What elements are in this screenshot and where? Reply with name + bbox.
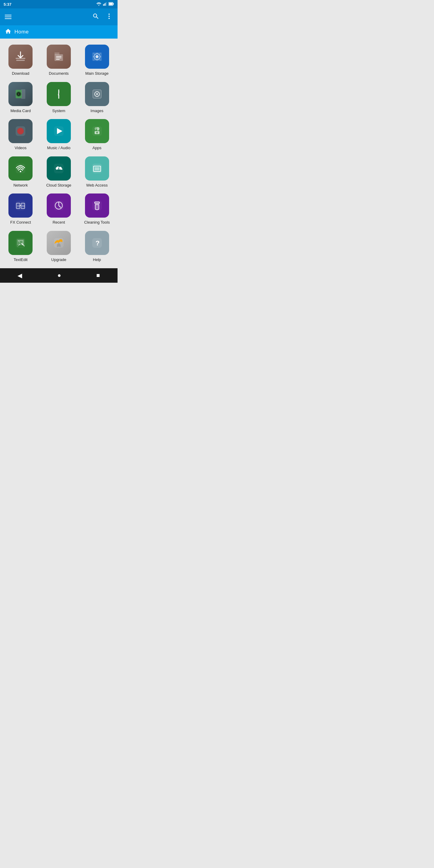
svg-text:/: / xyxy=(58,90,59,96)
label-help: Help xyxy=(93,257,101,262)
grid-item-images[interactable]: Images xyxy=(79,82,115,113)
icon-cloud-storage xyxy=(47,156,71,181)
label-cleaning-tools: Cleaning Tools xyxy=(84,220,110,225)
bottom-nav: ◀ ● ■ xyxy=(0,268,118,283)
grid-item-videos[interactable]: Videos xyxy=(3,119,38,150)
svg-point-9 xyxy=(108,16,110,17)
label-recent: Recent xyxy=(53,220,65,225)
svg-rect-56 xyxy=(95,202,99,204)
grid-item-textedit[interactable]: TextEdit xyxy=(3,231,38,262)
svg-rect-6 xyxy=(113,3,114,4)
grid-item-cleaning-tools[interactable]: Cleaning Tools xyxy=(79,193,115,225)
svg-rect-17 xyxy=(56,59,60,60)
label-apps: Apps xyxy=(93,146,101,150)
label-web-access: Web Access xyxy=(86,183,107,188)
label-images: Images xyxy=(90,108,103,113)
grid-item-cloud-storage[interactable]: Cloud Storage xyxy=(41,156,76,188)
svg-text:?: ? xyxy=(96,239,99,247)
icon-documents xyxy=(47,44,71,69)
svg-rect-16 xyxy=(56,58,61,58)
wifi-icon xyxy=(96,2,101,7)
icon-apps xyxy=(85,119,109,143)
label-cloud-storage: Cloud Storage xyxy=(46,183,71,188)
toolbar xyxy=(0,8,118,25)
svg-rect-14 xyxy=(55,53,59,55)
svg-text:<>: <> xyxy=(22,205,25,207)
svg-rect-61 xyxy=(17,245,24,247)
menu-button[interactable] xyxy=(5,15,11,19)
svg-rect-3 xyxy=(105,3,105,6)
label-media-card: Media Card xyxy=(10,108,31,113)
grid-item-web-access[interactable]: Web Access xyxy=(79,156,115,188)
svg-rect-45 xyxy=(95,167,99,170)
icon-textedit xyxy=(8,231,33,255)
breadcrumb-title: Home xyxy=(14,29,29,35)
svg-point-10 xyxy=(108,18,110,19)
svg-point-41 xyxy=(20,170,22,172)
icon-upgrade xyxy=(47,231,71,255)
svg-point-25 xyxy=(19,93,19,94)
svg-rect-7 xyxy=(109,3,113,5)
grid-item-fx-connect[interactable]: <> <> FX Connect xyxy=(3,193,38,225)
icon-videos xyxy=(8,119,33,143)
svg-point-0 xyxy=(98,5,99,6)
svg-point-8 xyxy=(108,13,110,15)
icon-system: / xyxy=(47,82,71,106)
label-videos: Videos xyxy=(15,146,27,150)
signal-icon xyxy=(103,2,107,7)
svg-point-31 xyxy=(96,93,98,95)
icon-recent xyxy=(47,193,71,218)
grid-container: Download Documents Main Storage xyxy=(0,38,118,268)
more-options-button[interactable] xyxy=(105,13,113,21)
grid-item-apps[interactable]: Apps xyxy=(79,119,115,150)
svg-point-20 xyxy=(96,55,98,58)
icon-main-storage xyxy=(85,44,109,69)
label-network: Network xyxy=(13,183,28,188)
search-button[interactable] xyxy=(92,13,99,21)
svg-rect-2 xyxy=(104,4,104,6)
label-fx-connect: FX Connect xyxy=(10,220,31,225)
battery-icon xyxy=(108,2,114,7)
label-upgrade: Upgrade xyxy=(51,257,66,262)
grid-item-main-storage[interactable]: Main Storage xyxy=(79,44,115,76)
icon-music-audio xyxy=(47,119,71,143)
grid-item-media-card[interactable]: Media Card xyxy=(3,82,38,113)
svg-rect-46 xyxy=(93,171,101,172)
icon-download xyxy=(8,44,33,69)
svg-point-39 xyxy=(96,132,98,133)
svg-rect-1 xyxy=(103,4,104,6)
grid-item-recent[interactable]: Recent xyxy=(41,193,76,225)
grid-item-network[interactable]: Network xyxy=(3,156,38,188)
svg-rect-15 xyxy=(56,56,61,57)
svg-rect-12 xyxy=(16,60,25,61)
icon-fx-connect: <> <> xyxy=(8,193,33,218)
grid-item-documents[interactable]: Documents xyxy=(41,44,76,76)
recent-button[interactable]: ■ xyxy=(96,272,100,279)
grid-item-download[interactable]: Download xyxy=(3,44,38,76)
label-system: System xyxy=(52,108,65,113)
icon-cleaning-tools xyxy=(85,193,109,218)
icon-images xyxy=(85,82,109,106)
status-bar: 5:37 xyxy=(0,0,118,8)
icon-network xyxy=(8,156,33,181)
back-button[interactable]: ◀ xyxy=(18,272,22,279)
svg-rect-4 xyxy=(106,2,106,6)
grid-item-upgrade[interactable]: Upgrade xyxy=(41,231,76,262)
time-display: 5:37 xyxy=(4,2,11,7)
svg-rect-21 xyxy=(21,89,25,99)
svg-text:<>: <> xyxy=(17,205,20,207)
icon-web-access xyxy=(85,156,109,181)
home-button[interactable]: ● xyxy=(57,272,61,279)
icon-help: ? xyxy=(85,231,109,255)
status-icons xyxy=(96,2,114,7)
label-music-audio: Music / Audio xyxy=(47,146,70,150)
label-textedit: TextEdit xyxy=(13,257,27,262)
label-documents: Documents xyxy=(49,71,69,76)
label-download: Download xyxy=(12,71,29,76)
grid-item-music-audio[interactable]: Music / Audio xyxy=(41,119,76,150)
icon-media-card xyxy=(8,82,33,106)
breadcrumb: Home xyxy=(0,25,118,38)
home-icon xyxy=(5,28,11,36)
grid-item-help[interactable]: ? Help xyxy=(79,231,115,262)
grid-item-system[interactable]: / System xyxy=(41,82,76,113)
